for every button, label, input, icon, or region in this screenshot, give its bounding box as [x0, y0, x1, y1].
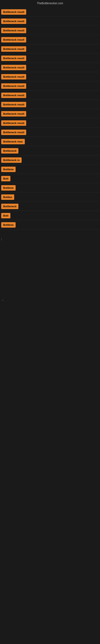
bottleneck-item: Bottlene: [0, 183, 100, 192]
bottleneck-item: Bott: [0, 211, 100, 220]
footer-section: ≡: [0, 256, 100, 304]
bottleneck-badge[interactable]: Bottleneck result: [1, 18, 26, 24]
bottleneck-badge[interactable]: Bottleneck result: [1, 65, 26, 70]
bottleneck-item: Bottleneck result: [0, 35, 100, 44]
bottleneck-badge[interactable]: Bottleneck result: [1, 102, 26, 107]
bottleneck-badge[interactable]: Bottleneck result: [1, 74, 26, 80]
bottleneck-item: Bottleneck result: [0, 109, 100, 118]
bottleneck-badge[interactable]: Bottleneck: [1, 204, 18, 209]
pipe-indicator: |: [1, 238, 2, 240]
bottleneck-badge[interactable]: Bottleneck result: [1, 111, 26, 116]
bottleneck-item: Bottleneck result: [0, 63, 100, 72]
bottleneck-item: Bottleneck re: [0, 155, 100, 164]
bottleneck-badge[interactable]: Bott: [1, 176, 10, 181]
bottleneck-badge[interactable]: Bottleneck: [1, 148, 18, 154]
bottleneck-item: Bottleneck result: [0, 128, 100, 137]
bottleneck-item: Bottleneck resu: [0, 137, 100, 146]
bottleneck-badge[interactable]: Bottlene: [1, 222, 16, 228]
bottleneck-item: Bottleneck result: [0, 72, 100, 81]
bottleneck-item: Bott: [0, 174, 100, 183]
bottleneck-badge[interactable]: Bottleneck result: [1, 37, 26, 42]
bottleneck-badge[interactable]: Bottleneck result: [1, 28, 26, 33]
bottleneck-item: Bottleneck result: [0, 26, 100, 35]
bottleneck-item: Bottleneck: [0, 146, 100, 155]
bottleneck-item: Bottleneck result: [0, 118, 100, 128]
bottleneck-item: Bottleneck result: [0, 54, 100, 63]
bottleneck-item: Bottleneck: [0, 202, 100, 211]
bottleneck-item: Bottleneck result: [0, 100, 100, 109]
bottleneck-item: Bottleneck result: [0, 44, 100, 54]
bottleneck-badge[interactable]: Bottleneck resu: [1, 139, 25, 144]
bottleneck-badge[interactable]: Bottleneck result: [1, 46, 26, 52]
bottleneck-badge[interactable]: Bottleneck result: [1, 56, 26, 61]
site-title: TheBottlenecker.com: [37, 2, 63, 5]
items-container: Bottleneck resultBottleneck resultBottle…: [0, 7, 100, 230]
bottleneck-item: Bottleneck result: [0, 16, 100, 26]
bottleneck-item: Bottlen: [0, 192, 100, 202]
bottleneck-badge[interactable]: Bottlen: [1, 194, 14, 200]
bottleneck-badge[interactable]: Bott: [1, 213, 10, 218]
bottleneck-badge[interactable]: Bottleneck result: [1, 92, 26, 98]
bottleneck-badge[interactable]: Bottleneck result: [1, 83, 26, 89]
footer-icon: ≡: [2, 299, 3, 302]
bottleneck-badge[interactable]: Bottleneck re: [1, 158, 22, 163]
bottleneck-item: Bottlene: [0, 220, 100, 230]
bottleneck-badge[interactable]: Bottleneck result: [1, 130, 26, 135]
bottleneck-item: Bottleneck result: [0, 81, 100, 90]
bottleneck-badge[interactable]: Bottlene: [1, 185, 16, 190]
bottleneck-badge[interactable]: Bottlene: [1, 167, 16, 172]
bottleneck-item: Bottleneck result: [0, 90, 100, 100]
small-indicator-area: |: [0, 238, 100, 240]
bottleneck-badge[interactable]: Bottleneck result: [1, 120, 26, 126]
bottleneck-badge[interactable]: Bottleneck result: [1, 9, 26, 15]
bottleneck-item: Bottlene: [0, 164, 100, 174]
bottleneck-item: Bottleneck result: [0, 7, 100, 16]
site-header: TheBottlenecker.com: [0, 0, 100, 7]
